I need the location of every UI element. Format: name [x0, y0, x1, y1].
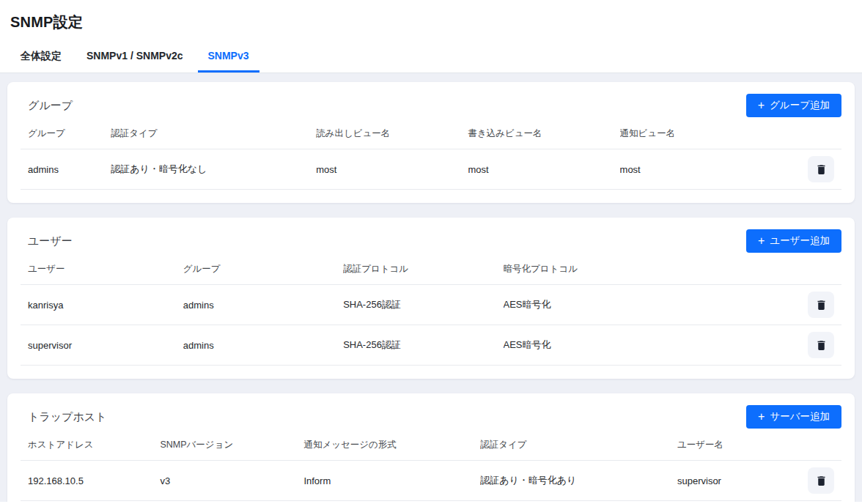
plus-icon: +: [758, 411, 765, 423]
table-cell: SHA-256認証: [343, 285, 503, 325]
add-user-button[interactable]: + ユーザー追加: [746, 229, 841, 253]
tab-snmpv3[interactable]: SNMPv3: [198, 41, 259, 73]
delete-group-button[interactable]: [808, 156, 834, 182]
table-cell: AES暗号化: [504, 325, 800, 366]
table-cell: most: [620, 149, 800, 190]
trash-icon: [815, 163, 828, 176]
row-actions: [800, 461, 841, 501]
trap-hosts-card-header: トラップホスト + サーバー追加: [21, 405, 841, 429]
groups-card-header: グループ + グループ追加: [21, 94, 841, 117]
table-row: supervisoradminsSHA-256認証AES暗号化: [21, 325, 841, 366]
groups-card: グループ + グループ追加 グループ認証タイプ読み出しビュー名書き込みビュー名通…: [7, 82, 855, 203]
table-row: kanrisyaadminsSHA-256認証AES暗号化: [21, 285, 841, 325]
table-cell: v3: [160, 461, 303, 501]
column-header: 認証タイプ: [480, 430, 677, 461]
table-cell: admins: [183, 285, 343, 325]
column-header: 認証プロトコル: [343, 254, 503, 285]
actions-column-header: [800, 254, 841, 285]
add-user-button-label: ユーザー追加: [770, 234, 830, 248]
column-header: 通知メッセージの形式: [303, 430, 480, 461]
table-cell: 認証あり・暗号化あり: [480, 461, 677, 501]
table-header-row: ユーザーグループ認証プロトコル暗号化プロトコル: [21, 254, 841, 285]
table-cell: most: [468, 149, 619, 190]
column-header: ホストアドレス: [21, 430, 160, 461]
add-group-button[interactable]: + グループ追加: [746, 94, 841, 117]
trap-hosts-card: トラップホスト + サーバー追加 ホストアドレスSNMPバージョン通知メッセージ…: [7, 393, 855, 502]
plus-icon: +: [758, 100, 765, 111]
column-header: SNMPバージョン: [160, 430, 303, 461]
table-header-row: グループ認証タイプ読み出しビュー名書き込みビュー名通知ビュー名: [21, 119, 841, 149]
trash-icon: [815, 299, 828, 311]
trap-hosts-table: ホストアドレスSNMPバージョン通知メッセージの形式認証タイプユーザー名 192…: [21, 430, 841, 501]
row-actions: [800, 285, 841, 325]
delete-user-button[interactable]: [808, 292, 834, 318]
table-cell: supervisor: [677, 461, 800, 501]
column-header: グループ: [183, 254, 343, 285]
delete-trap-host-button[interactable]: [808, 467, 834, 494]
column-header: ユーザー名: [677, 430, 800, 461]
column-header: 暗号化プロトコル: [504, 254, 800, 285]
column-header: 書き込みビュー名: [468, 119, 619, 149]
trash-icon: [815, 339, 828, 352]
table-cell: 認証あり・暗号化なし: [111, 149, 316, 190]
table-cell: 192.168.10.5: [21, 461, 160, 501]
page-header: SNMP設定 全体設定 SNMPv1 / SNMPv2c SNMPv3: [0, 0, 862, 73]
table-cell: Inform: [303, 461, 480, 501]
table-cell: SHA-256認証: [343, 325, 503, 366]
page-title: SNMP設定: [0, 0, 862, 41]
table-cell: supervisor: [21, 325, 183, 366]
users-card-header: ユーザー + ユーザー追加: [21, 229, 841, 253]
table-cell: kanrisya: [21, 285, 183, 325]
users-table: ユーザーグループ認証プロトコル暗号化プロトコル kanrisyaadminsSH…: [21, 254, 841, 366]
tab-bar: 全体設定 SNMPv1 / SNMPv2c SNMPv3: [0, 41, 862, 73]
table-row: admins認証あり・暗号化なしmostmostmost: [21, 149, 841, 190]
table-cell: AES暗号化: [504, 285, 800, 325]
add-server-button-label: サーバー追加: [770, 410, 830, 423]
table-cell: admins: [183, 325, 343, 366]
actions-column-header: [800, 430, 841, 461]
column-header: 認証タイプ: [111, 119, 316, 149]
row-actions: [800, 149, 841, 190]
column-header: グループ: [21, 119, 111, 149]
main-content: グループ + グループ追加 グループ認証タイプ読み出しビュー名書き込みビュー名通…: [0, 73, 862, 502]
users-section-title: ユーザー: [28, 234, 73, 248]
table-row: 192.168.10.5v3Inform認証あり・暗号化ありsupervisor: [21, 461, 841, 501]
tab-general-settings[interactable]: 全体設定: [10, 41, 72, 73]
plus-icon: +: [758, 235, 765, 247]
column-header: ユーザー: [21, 254, 183, 285]
tab-snmpv1-v2c[interactable]: SNMPv1 / SNMPv2c: [76, 41, 194, 73]
table-cell: most: [316, 149, 468, 190]
trap-hosts-section-title: トラップホスト: [28, 410, 106, 424]
groups-section-title: グループ: [28, 99, 73, 113]
column-header: 通知ビュー名: [620, 119, 800, 149]
add-group-button-label: グループ追加: [770, 99, 830, 112]
table-cell: admins: [21, 149, 111, 190]
add-server-button[interactable]: + サーバー追加: [746, 405, 841, 429]
actions-column-header: [800, 119, 841, 149]
table-header-row: ホストアドレスSNMPバージョン通知メッセージの形式認証タイプユーザー名: [21, 430, 841, 461]
row-actions: [800, 325, 841, 366]
users-card: ユーザー + ユーザー追加 ユーザーグループ認証プロトコル暗号化プロトコル ka…: [7, 218, 855, 379]
delete-user-button[interactable]: [808, 332, 834, 358]
column-header: 読み出しビュー名: [316, 119, 468, 149]
groups-table: グループ認証タイプ読み出しビュー名書き込みビュー名通知ビュー名 admins認証…: [21, 119, 841, 190]
trash-icon: [815, 475, 828, 487]
